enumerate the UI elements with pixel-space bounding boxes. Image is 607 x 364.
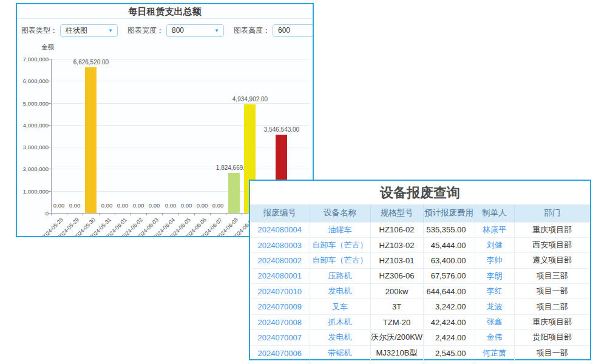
estimated-cost-cell: 2,424.00 — [423, 330, 475, 345]
table-row: 2024070009叉车3T3,242.00龙波项目二部 — [250, 299, 590, 314]
department-cell: 项目一部 — [514, 284, 590, 299]
y-axis-line — [51, 59, 52, 213]
table-row: 2024070006带锯机MJ3210B型2,545.00何芷茵项目一部 — [250, 345, 590, 360]
y-axis-tick-label: 2,000,000 — [17, 166, 49, 172]
bar-2024-06-08[interactable] — [228, 173, 240, 213]
creator-link[interactable]: 龙波 — [475, 299, 514, 314]
spec-model-cell: 200kw — [370, 284, 423, 299]
spec-model-cell: HZ306-06 — [370, 268, 423, 283]
equipment-name-link[interactable]: 油罐车 — [310, 222, 370, 237]
y-axis-tick-label: 0 — [17, 210, 49, 217]
bar-value-label: 4,934,902.00 — [223, 96, 277, 103]
table-row: 2024080001压路机HZ306-0667,576.00李朗项目三部 — [250, 268, 590, 283]
table-row: 2024080003自卸车（芒古）HZ103-0245,444.00刘健西安项目… — [250, 237, 590, 252]
equipment-name-link[interactable]: 自卸车（芒古） — [310, 253, 370, 268]
x-axis-tick — [99, 213, 100, 215]
spec-model-cell: 沃尔沃/200KW — [370, 330, 423, 345]
spec-model-cell: HZ103-02 — [370, 237, 423, 252]
scrap-id-link[interactable]: 2024070008 — [250, 314, 310, 329]
creator-link[interactable]: 刘健 — [475, 237, 514, 252]
estimated-cost-cell: 42,424.00 — [423, 314, 475, 329]
y-axis-tick-label: 7,000,000 — [17, 56, 49, 62]
spec-model-cell: 3T — [370, 299, 423, 314]
zero-value-label: 0.00 — [63, 202, 87, 209]
creator-link[interactable]: 何芷茵 — [475, 345, 514, 360]
x-axis-tick — [51, 213, 52, 215]
table-title: 设备报废查询 — [250, 181, 590, 204]
y-axis-tick-label: 5,000,000 — [17, 100, 49, 107]
bar-2024-05-30[interactable] — [85, 67, 97, 213]
creator-link[interactable]: 李帅 — [475, 253, 514, 268]
spec-model-cell: HZ103-01 — [370, 253, 423, 268]
x-axis-tick — [178, 213, 179, 215]
department-cell: 项目二部 — [514, 299, 590, 314]
creator-link[interactable]: 李红 — [475, 284, 514, 299]
x-axis-tick — [131, 213, 131, 215]
table-row: 2024070008抓木机TZM-2042,424.00张鑫重庆项目部 — [250, 314, 590, 329]
table-body: 2024080004油罐车HZ106-02535,355.00林康平重庆项目部2… — [250, 222, 590, 361]
estimated-cost-cell: 45,444.00 — [423, 237, 475, 252]
column-header: 规格型号 — [370, 204, 423, 222]
y-axis-tick-label: 1,000,000 — [17, 188, 49, 195]
estimated-cost-cell: 63,400.00 — [423, 253, 475, 268]
table-header-row: 报废编号设备名称规格型号预计报废费用制单人部门 — [250, 204, 590, 222]
equipment-name-link[interactable]: 自卸车（芒古） — [310, 237, 370, 252]
spec-model-cell: HZ106-02 — [370, 222, 423, 237]
x-axis-tick — [115, 213, 115, 215]
equipment-name-link[interactable]: 抓木机 — [310, 314, 370, 329]
equipment-name-link[interactable]: 压路机 — [310, 268, 370, 283]
scrap-id-link[interactable]: 2024070006 — [250, 345, 310, 360]
y-axis-title: 金额 — [41, 43, 66, 52]
scrap-id-link[interactable]: 2024070010 — [250, 284, 310, 299]
department-cell: 西安项目部 — [514, 237, 590, 252]
equipment-name-link[interactable]: 带锯机 — [310, 345, 370, 360]
x-axis-tick — [83, 213, 83, 215]
x-axis-tick — [67, 213, 67, 215]
y-axis-tick-label: 6,000,000 — [17, 78, 49, 84]
spec-model-cell: TZM-20 — [370, 314, 423, 329]
column-header: 报废编号 — [250, 204, 310, 222]
creator-link[interactable]: 林康平 — [475, 222, 514, 237]
department-cell: 项目一部 — [514, 345, 590, 360]
equipment-name-link[interactable]: 叉车 — [310, 299, 370, 314]
equipment-scrap-query-panel: 设备报废查询 报废编号设备名称规格型号预计报废费用制单人部门 202408000… — [249, 180, 591, 360]
creator-link[interactable]: 金伟 — [475, 330, 514, 345]
table-row: 2024080002自卸车（芒古）HZ103-0163,400.00李帅遵义项目… — [250, 253, 590, 268]
table-row: 2024070007发电机沃尔沃/200KW2,424.00金伟贵阳项目部 — [250, 330, 590, 345]
scrap-id-link[interactable]: 2024070007 — [250, 330, 310, 345]
department-cell: 遵义项目部 — [514, 253, 590, 268]
estimated-cost-cell: 535,355.00 — [423, 222, 475, 237]
estimated-cost-cell: 67,576.00 — [423, 268, 475, 283]
creator-link[interactable]: 李朗 — [475, 268, 514, 283]
estimated-cost-cell: 644,644.00 — [423, 284, 475, 299]
column-header: 预计报废费用 — [423, 204, 475, 222]
x-axis-tick — [242, 213, 242, 215]
column-header: 部门 — [514, 204, 590, 222]
x-axis-tick — [146, 213, 147, 215]
scrap-id-link[interactable]: 2024080001 — [250, 268, 310, 283]
scrap-id-link[interactable]: 2024080003 — [250, 237, 310, 252]
y-axis-tick-label: 3,000,000 — [17, 144, 49, 150]
table-row: 2024080004油罐车HZ106-02535,355.00林康平重庆项目部 — [250, 222, 590, 237]
department-cell: 项目三部 — [514, 268, 590, 283]
x-axis-tick — [162, 213, 163, 215]
department-cell: 重庆项目部 — [514, 222, 590, 237]
x-axis-tick — [194, 213, 195, 215]
scrap-id-link[interactable]: 2024080002 — [250, 253, 310, 268]
column-header: 设备名称 — [310, 204, 370, 222]
spec-model-cell: MJ3210B型 — [370, 345, 423, 360]
scrap-table: 报废编号设备名称规格型号预计报废费用制单人部门 2024080004油罐车HZ1… — [250, 204, 590, 361]
equipment-name-link[interactable]: 发电机 — [310, 330, 370, 345]
scrap-id-link[interactable]: 2024080004 — [250, 222, 310, 237]
column-header: 制单人 — [475, 204, 514, 222]
estimated-cost-cell: 2,545.00 — [423, 345, 475, 360]
zero-value-label: 0.00 — [206, 202, 230, 209]
table-row: 2024070010发电机200kw644,644.00李红项目一部 — [250, 284, 590, 299]
scrap-id-link[interactable]: 2024070009 — [250, 299, 310, 314]
department-cell: 贵阳项目部 — [514, 330, 590, 345]
y-axis-tick-label: 4,000,000 — [17, 122, 49, 129]
x-axis-tick — [210, 213, 211, 215]
creator-link[interactable]: 张鑫 — [475, 314, 514, 329]
equipment-name-link[interactable]: 发电机 — [310, 284, 370, 299]
department-cell: 重庆项目部 — [514, 314, 590, 329]
